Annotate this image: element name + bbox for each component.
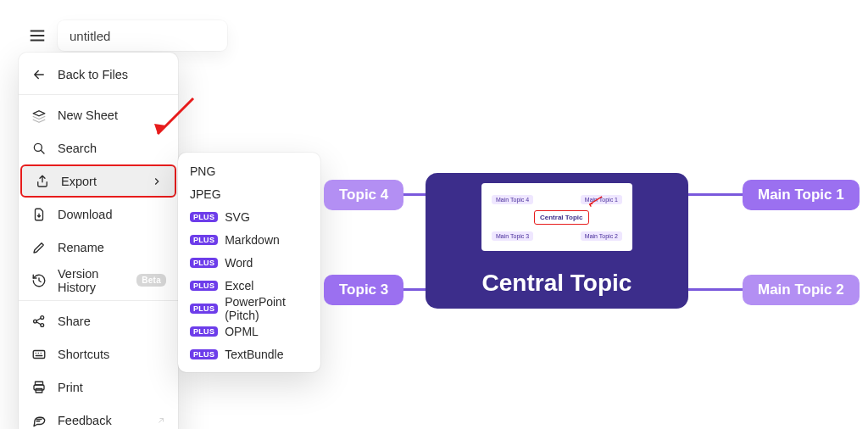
menu-label: Shortcuts	[58, 348, 109, 361]
submenu-label: OPML	[225, 325, 259, 338]
menu-export[interactable]: Export	[20, 164, 176, 198]
menu-share[interactable]: Share	[19, 304, 178, 337]
export-svg[interactable]: PLUSSVG	[178, 205, 320, 228]
submenu-label: JPEG	[190, 187, 221, 201]
branch-label: Topic 4	[339, 187, 388, 203]
plus-badge: PLUS	[190, 258, 218, 268]
plus-badge: PLUS	[190, 304, 218, 314]
plus-badge: PLUS	[190, 212, 218, 222]
branch-main-topic-1[interactable]: Main Topic 1	[743, 180, 860, 210]
hamburger-menu-button[interactable]	[22, 20, 53, 51]
export-submenu: PNG JPEG PLUSSVG PLUSMarkdown PLUSWord P…	[178, 153, 320, 372]
menu-search[interactable]: Search	[19, 131, 178, 164]
export-word[interactable]: PLUSWord	[178, 251, 320, 274]
export-png[interactable]: PNG	[178, 159, 320, 182]
main-menu: Back to Files New Sheet Search Export Do…	[19, 53, 178, 429]
branch-main-topic-2[interactable]: Main Topic 2	[743, 275, 860, 305]
mini-node-tl: Main Topic 4	[492, 195, 533, 204]
menu-version-history[interactable]: Version History Beta	[19, 264, 178, 297]
submenu-label: Excel	[225, 279, 253, 292]
menu-label: Download	[58, 208, 113, 221]
export-jpeg[interactable]: JPEG	[178, 182, 320, 205]
menu-label: Back to Files	[58, 68, 128, 81]
keyboard-icon	[31, 346, 47, 363]
menu-label: New Sheet	[58, 109, 118, 122]
hamburger-icon	[28, 26, 47, 45]
export-opml[interactable]: PLUSOPML	[178, 320, 320, 343]
plus-badge: PLUS	[190, 235, 218, 245]
submenu-label: PNG	[190, 164, 215, 178]
submenu-label: Word	[225, 256, 253, 270]
document-title-input[interactable]: untitled	[58, 20, 227, 51]
menu-label: Feedback	[58, 414, 112, 427]
export-textbundle[interactable]: PLUSTextBundle	[178, 343, 320, 365]
branch-topic-3[interactable]: Topic 3	[324, 275, 403, 305]
download-icon	[31, 206, 47, 223]
arrow-left-icon	[31, 66, 47, 83]
export-powerpoint[interactable]: PLUSPowerPoint (Pitch)	[178, 297, 320, 320]
beta-badge: Beta	[136, 274, 166, 287]
central-topic-label: Central Topic	[482, 270, 632, 297]
branch-label: Topic 3	[339, 281, 388, 298]
menu-separator	[19, 94, 178, 95]
pencil-icon	[31, 239, 47, 256]
plus-badge: PLUS	[190, 281, 218, 291]
mini-node-bl: Main Topic 3	[492, 231, 533, 241]
menu-label: Print	[58, 381, 83, 394]
submenu-label: SVG	[225, 210, 250, 224]
menu-label: Version History	[58, 267, 126, 294]
mini-node-central: Central Topic	[534, 210, 589, 225]
export-excel[interactable]: PLUSExcel	[178, 274, 320, 297]
branch-label: Main Topic 2	[758, 281, 844, 298]
submenu-label: PowerPoint (Pitch)	[225, 295, 309, 322]
branch-label: Main Topic 1	[758, 187, 844, 203]
history-icon	[31, 272, 47, 289]
chevron-right-icon	[151, 176, 163, 187]
annotation-arrow-icon	[585, 195, 604, 207]
menu-back-to-files[interactable]: Back to Files	[19, 58, 178, 91]
share-icon	[31, 313, 47, 330]
submenu-label: Markdown	[225, 233, 280, 247]
export-markdown[interactable]: PLUSMarkdown	[178, 228, 320, 251]
feedback-icon	[31, 412, 47, 429]
menu-feedback[interactable]: Feedback	[19, 404, 178, 429]
menu-label: Search	[58, 142, 97, 155]
menu-rename[interactable]: Rename	[19, 231, 178, 264]
menu-label: Export	[61, 175, 97, 188]
menu-label: Share	[58, 315, 91, 328]
submenu-label: TextBundle	[225, 348, 283, 361]
menu-label: Rename	[58, 241, 104, 254]
central-preview-image: Main Topic 4 Main Topic 1 Main Topic 3 M…	[481, 183, 632, 251]
connector-line	[687, 193, 743, 196]
plus-badge: PLUS	[190, 349, 218, 359]
sheet-stack-icon	[31, 107, 47, 124]
document-title: untitled	[70, 29, 110, 43]
mini-node-br: Main Topic 2	[581, 231, 622, 241]
external-link-icon	[156, 415, 166, 426]
plus-badge: PLUS	[190, 326, 218, 337]
search-icon	[31, 140, 47, 157]
connector-line	[687, 288, 743, 291]
menu-separator	[19, 300, 178, 301]
svg-rect-4	[33, 350, 45, 358]
print-icon	[31, 379, 47, 396]
menu-print[interactable]: Print	[19, 370, 178, 404]
export-icon	[34, 173, 51, 190]
menu-shortcuts[interactable]: Shortcuts	[19, 337, 178, 370]
menu-new-sheet[interactable]: New Sheet	[19, 98, 178, 131]
svg-rect-7	[36, 388, 42, 393]
menu-download[interactable]: Download	[19, 198, 178, 231]
branch-topic-4[interactable]: Topic 4	[324, 180, 403, 210]
